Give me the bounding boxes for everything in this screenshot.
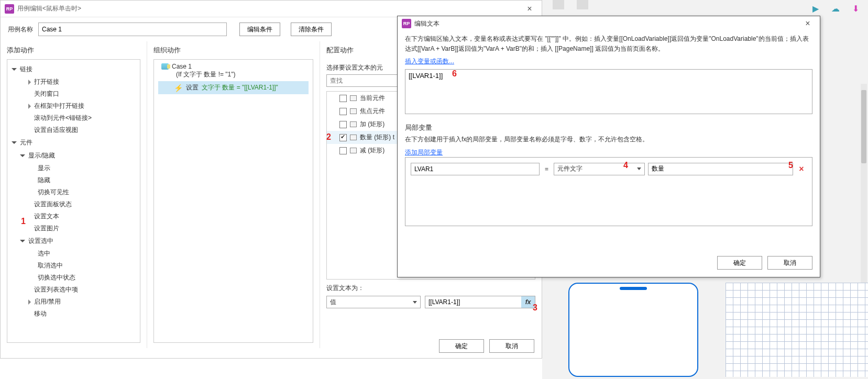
tree-label: 选中 bbox=[38, 249, 50, 258]
tab-stub-1[interactable] bbox=[553, 0, 564, 9]
app-badge-icon: RP bbox=[5, 4, 14, 14]
tree-item-deselect[interactable]: 取消选中 bbox=[7, 260, 140, 272]
local-vars-title: 局部变量 bbox=[405, 123, 812, 132]
tree-label: 切换选中状态 bbox=[38, 273, 75, 282]
local-vars-desc: 在下方创建用于插入fx的局部变量，局部变量名称必须是字母、数字，不允许包含空格。 bbox=[405, 135, 812, 144]
case-name: Case 1 bbox=[172, 63, 192, 70]
chevron-down-icon bbox=[637, 168, 641, 170]
local-var-source-select[interactable]: 元件文字 bbox=[554, 163, 645, 175]
checkbox[interactable] bbox=[339, 95, 347, 102]
clear-condition-button[interactable]: 清除条件 bbox=[291, 23, 332, 36]
tree-item-set-viewport[interactable]: 设置自适应视图 bbox=[7, 124, 140, 136]
case-header[interactable]: Case 1 bbox=[158, 63, 309, 70]
local-var-target-input[interactable] bbox=[648, 163, 793, 175]
tree-label: 切换可见性 bbox=[38, 188, 69, 197]
checkbox-checked[interactable] bbox=[339, 134, 347, 141]
select-value: 元件文字 bbox=[557, 164, 583, 173]
grid-canvas bbox=[726, 283, 868, 377]
tree-item-open-in-frame[interactable]: 在框架中打开链接 bbox=[7, 100, 140, 112]
shape-icon bbox=[350, 135, 357, 140]
add-action-title: 添加动作 bbox=[1, 41, 147, 59]
target-item-label: 减 (矩形) bbox=[360, 146, 384, 155]
tree-label: 移动 bbox=[34, 309, 47, 318]
case-icon bbox=[161, 63, 169, 70]
tree-label: 启用/禁用 bbox=[34, 297, 61, 306]
case-condition: (If 文字于 数量 != "1") bbox=[158, 70, 309, 79]
tree-item-select[interactable]: 选中 bbox=[7, 248, 140, 260]
shape-icon bbox=[350, 108, 357, 114]
target-item-label: 数量 (矩形) t bbox=[360, 133, 394, 142]
cancel-button[interactable]: 取消 bbox=[489, 339, 534, 353]
tree-label: 设置图片 bbox=[34, 224, 59, 233]
delete-var-icon[interactable]: × bbox=[796, 164, 807, 174]
tree-label: 关闭窗口 bbox=[34, 90, 59, 98]
tree-label: 在框架中打开链接 bbox=[34, 102, 84, 110]
preview-icon[interactable]: ▶ bbox=[809, 2, 822, 15]
edit-condition-button[interactable]: 编辑条件 bbox=[239, 23, 280, 36]
tree-item-toggle-vis[interactable]: 切换可见性 bbox=[7, 186, 140, 198]
tab-strip bbox=[553, 0, 588, 9]
tree-label: 设置面板状态 bbox=[34, 200, 72, 209]
scrollbar-thumb[interactable] bbox=[861, 90, 866, 163]
expression-textarea[interactable]: [[LVAR1-1]] bbox=[405, 69, 812, 114]
tree-item-open-link[interactable]: 打开链接 bbox=[7, 76, 140, 88]
fx-button[interactable]: fx bbox=[521, 296, 535, 308]
ok-button[interactable]: 确定 bbox=[717, 256, 762, 270]
tree-item-enable-disable[interactable]: 启用/禁用 bbox=[7, 296, 140, 308]
titlebar: RP 编辑文本 × bbox=[398, 16, 820, 31]
titlebar: RP 用例编辑<鼠标单击时> × bbox=[1, 1, 542, 17]
caret-down-icon bbox=[20, 240, 25, 242]
add-action-panel: 添加动作 链接 打开链接 关闭窗口 在框架中打开链接 滚动到元件<锚链接> 设置… bbox=[1, 41, 147, 348]
tree-item-hide[interactable]: 隐藏 bbox=[7, 174, 140, 186]
tree-item-move[interactable]: 移动 bbox=[7, 308, 140, 320]
tree-item-set-image[interactable]: 设置图片 bbox=[7, 222, 140, 235]
insert-var-link[interactable]: 插入变量或函数... bbox=[405, 57, 812, 66]
cloud-upload-icon[interactable]: ☁ bbox=[829, 2, 842, 15]
tree-item-show[interactable]: 显示 bbox=[7, 162, 140, 174]
cancel-button[interactable]: 取消 bbox=[767, 256, 812, 270]
text-value-input[interactable] bbox=[425, 298, 521, 306]
tree-item-set-list-item[interactable]: 设置列表选中项 bbox=[7, 284, 140, 296]
window-title: 用例编辑<鼠标单击时> bbox=[17, 4, 81, 13]
tree-group-link[interactable]: 链接 bbox=[7, 63, 140, 76]
publish-icon[interactable]: ⬇ bbox=[849, 2, 862, 15]
description-text: 在下方编辑区输入文本，变量名称或表达式要写在 "[[""]]" 中。例如：插入变… bbox=[405, 34, 812, 54]
tree-item-scroll-anchor[interactable]: 滚动到元件<锚链接> bbox=[7, 112, 140, 124]
action-prefix: 设置 bbox=[186, 83, 199, 92]
tree-item-close-window[interactable]: 关闭窗口 bbox=[7, 88, 140, 100]
local-vars-section: 局部变量 在下方创建用于插入fx的局部变量，局部变量名称必须是字母、数字，不允许… bbox=[405, 123, 812, 226]
action-row[interactable]: ⚡ 设置 文字于 数量 = "[[LVAR1-1]]" bbox=[158, 81, 309, 94]
target-item-label: 加 (矩形) bbox=[360, 120, 384, 129]
checkbox[interactable] bbox=[339, 147, 347, 154]
tree-label: 取消选中 bbox=[38, 261, 63, 270]
window-title: 编辑文本 bbox=[414, 19, 440, 28]
tree-item-toggle-select[interactable]: 切换选中状态 bbox=[7, 272, 140, 284]
tree-label: 隐藏 bbox=[38, 176, 50, 185]
edit-text-dialog: RP 编辑文本 × 在下方编辑区输入文本，变量名称或表达式要写在 "[[""]]… bbox=[397, 16, 820, 277]
text-type-select[interactable]: 值 bbox=[326, 296, 421, 308]
app-badge-icon: RP bbox=[402, 19, 411, 28]
organize-body: Case 1 (If 文字于 数量 != "1") ⚡ 设置 文字于 数量 = … bbox=[153, 59, 313, 343]
bolt-icon: ⚡ bbox=[174, 84, 183, 92]
tree-group-show-hide[interactable]: 显示/隐藏 bbox=[7, 149, 140, 162]
add-local-var-link[interactable]: 添加局部变量 bbox=[405, 148, 443, 157]
tree-item-panel-state[interactable]: 设置面板状态 bbox=[7, 198, 140, 210]
tree-group-set-selected[interactable]: 设置选中 bbox=[7, 235, 140, 248]
close-icon[interactable]: × bbox=[800, 19, 816, 28]
tree-label: 设置列表选中项 bbox=[34, 285, 78, 294]
local-var-row: = 元件文字 × bbox=[411, 163, 807, 175]
checkbox[interactable] bbox=[339, 121, 347, 128]
checkbox[interactable] bbox=[339, 108, 347, 115]
tree-item-set-text[interactable]: 设置文本 bbox=[7, 210, 140, 222]
local-var-name-input[interactable] bbox=[411, 163, 540, 175]
tree-group-widget[interactable]: 元件 bbox=[7, 136, 140, 149]
caret-down-icon bbox=[20, 154, 25, 157]
tab-stub-2[interactable] bbox=[577, 0, 588, 9]
tree-label: 滚动到元件<锚链接> bbox=[34, 114, 92, 122]
case-name-input[interactable] bbox=[38, 23, 227, 36]
shape-icon bbox=[350, 95, 357, 101]
ok-button[interactable]: 确定 bbox=[439, 339, 484, 353]
caret-right-icon bbox=[28, 299, 31, 305]
action-tree: 链接 打开链接 关闭窗口 在框架中打开链接 滚动到元件<锚链接> 设置自适应视图… bbox=[7, 59, 140, 343]
close-icon[interactable]: × bbox=[522, 4, 537, 14]
